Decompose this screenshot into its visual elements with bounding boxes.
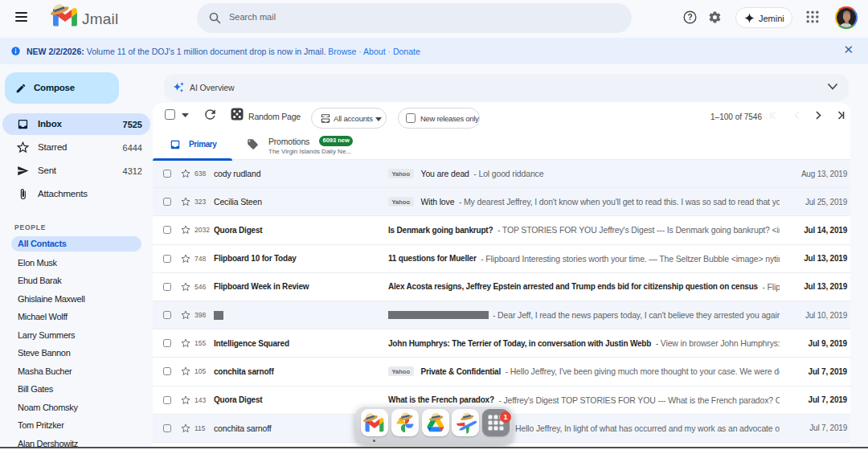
svg-text:?: ? xyxy=(687,13,692,22)
